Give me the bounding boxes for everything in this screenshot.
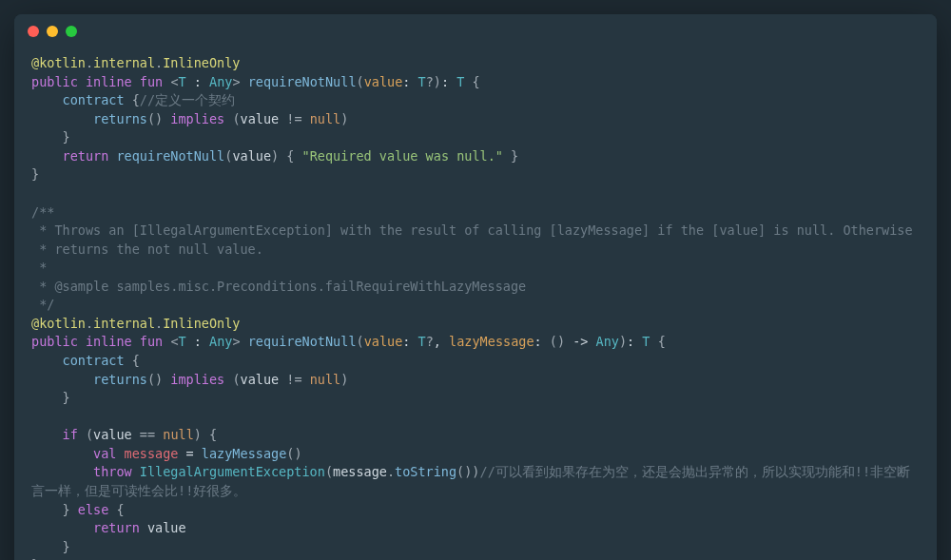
code-token: {	[132, 92, 140, 107]
code-token: T	[179, 334, 186, 349]
code-token: (	[357, 74, 364, 89]
code-token: val	[93, 446, 116, 461]
code-token: value	[147, 520, 186, 535]
code-token: value	[241, 372, 287, 387]
code-token: requireNotNull	[116, 148, 224, 164]
code-token: ->	[565, 334, 596, 349]
code-token: *	[31, 260, 47, 275]
code-token: T	[418, 334, 426, 349]
code-token: :	[186, 74, 209, 89]
code-token: implies	[170, 111, 224, 126]
code-token: =	[178, 446, 201, 461]
code-token: "Required value was null."	[302, 148, 503, 164]
code-token: {	[132, 353, 140, 368]
code-token: value	[232, 148, 271, 164]
code-token: .	[387, 464, 395, 479]
code-token: <	[170, 74, 178, 89]
code-token: {	[658, 334, 666, 349]
code-token: implies	[170, 372, 224, 387]
code-token: value	[364, 334, 403, 349]
code-token: <	[170, 334, 178, 349]
code-token: T	[418, 74, 426, 89]
code-token: if	[63, 427, 78, 442]
code-token: )	[194, 427, 202, 442]
code-token: inline	[86, 334, 132, 349]
code-token: throw	[93, 464, 132, 479]
code-token: lazyMessage	[202, 446, 286, 461]
code-token: return	[93, 520, 140, 535]
code-token: )	[271, 148, 279, 164]
code-token: >	[232, 74, 240, 89]
code-token: IllegalArgumentException	[140, 464, 325, 479]
code-token: )	[619, 334, 627, 349]
code-token: }	[63, 502, 70, 517]
code-token: value	[364, 74, 403, 89]
close-icon[interactable]	[28, 26, 39, 37]
code-token: value	[241, 111, 287, 126]
code-token: .	[86, 316, 93, 331]
code-token: toString	[395, 464, 456, 479]
code-token: internal	[93, 316, 155, 331]
code-token: message	[125, 446, 179, 461]
code-token: ()	[286, 446, 301, 461]
code-token: (	[86, 427, 93, 442]
code-token: /**	[31, 204, 54, 220]
code-token: !=	[286, 372, 301, 387]
code-token: contract	[63, 92, 125, 107]
code-token: null	[310, 372, 341, 387]
code-token: InlineOnly	[163, 316, 240, 331]
code-token: ()	[550, 334, 565, 349]
code-token: ?	[426, 74, 434, 89]
code-token: }	[511, 148, 518, 164]
code-token: ()	[147, 111, 163, 126]
code-token: InlineOnly	[163, 55, 240, 70]
code-token: //定义一个契约	[140, 92, 235, 107]
code-token: * Throws an [IllegalArgumentException] w…	[31, 222, 913, 238]
code-token: :	[627, 334, 642, 349]
window-titlebar	[14, 14, 937, 45]
zoom-icon[interactable]	[66, 26, 77, 37]
code-window: @kotlin.internal.InlineOnly public inlin…	[14, 14, 937, 560]
code-token: >	[232, 334, 240, 349]
code-token: returns	[93, 111, 147, 126]
code-token: else	[78, 502, 109, 517]
code-token: :	[402, 334, 417, 349]
code-token: T	[179, 74, 186, 89]
code-token: :	[402, 74, 417, 89]
code-token: returns	[93, 372, 147, 387]
code-token: @kotlin	[31, 316, 86, 331]
code-token: message	[333, 464, 387, 479]
code-token: )	[340, 372, 348, 387]
code-token: }	[31, 166, 39, 182]
code-token: */	[31, 297, 54, 312]
code-token: public	[31, 334, 78, 349]
code-token: ())	[456, 464, 479, 479]
code-token: !=	[286, 111, 301, 126]
code-token: ()	[147, 372, 163, 387]
code-token: T	[642, 334, 650, 349]
code-token: * returns the not null value.	[31, 241, 263, 257]
code-token: }	[63, 390, 70, 405]
code-token: ==	[140, 427, 155, 442]
code-token: public	[31, 74, 78, 89]
code-token: lazyMessage	[449, 334, 534, 349]
code-token: .	[86, 55, 93, 70]
code-token: inline	[86, 74, 132, 89]
code-token: null	[163, 427, 194, 442]
code-token: {	[209, 427, 217, 442]
code-token: (	[232, 111, 240, 126]
minimize-icon[interactable]	[47, 26, 58, 37]
code-token: Any	[209, 334, 232, 349]
code-token: :	[186, 334, 209, 349]
code-token: {	[116, 502, 124, 517]
code-token: )	[434, 74, 441, 89]
code-token: return	[63, 148, 109, 164]
code-token: null	[310, 111, 341, 126]
code-token: * @sample samples.misc.Preconditions.fai…	[31, 279, 526, 294]
code-token: .	[155, 55, 163, 70]
code-token: contract	[63, 353, 125, 368]
code-token: .	[155, 316, 163, 331]
code-token: value	[93, 427, 140, 442]
code-token: @kotlin	[31, 55, 86, 70]
code-token: {	[286, 148, 294, 164]
